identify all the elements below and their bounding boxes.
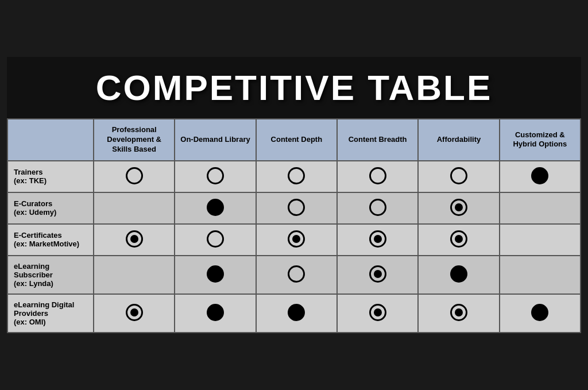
cell-2-5 [500,224,581,256]
circle-empty-icon [288,265,305,283]
circle-dot-icon [450,304,467,321]
cell-0-3 [337,161,418,192]
cell-3-3 [337,256,418,294]
table-row: eLearning Digital Providers(ex: OMI) [7,294,581,333]
cell-3-1 [175,256,256,294]
row-label: E-Curators(ex: Udemy) [7,192,94,224]
circle-dot-icon [126,304,143,321]
cell-4-0 [94,294,175,333]
circle-dot-icon [369,230,386,248]
cell-0-4 [418,161,499,192]
cell-3-4 [418,256,499,294]
cell-2-2 [256,224,337,256]
col-header-3: Content Depth [256,119,337,161]
col-header-4: Content Breadth [337,119,418,161]
table-row: E-Certificates(ex: MarketMotive) [7,224,581,256]
cell-2-1 [175,224,256,256]
circle-dot-icon [369,265,386,283]
row-label: eLearning Digital Providers(ex: OMI) [7,294,94,333]
cell-2-0 [94,224,175,256]
col-header-2: On-Demand Library [175,119,256,161]
circle-empty-icon [207,167,224,184]
circle-dot-icon [450,199,467,216]
circle-full-icon [207,265,224,283]
circle-dot-icon [369,304,386,321]
row-label: Trainers(ex: TKE) [7,161,94,192]
circle-empty-icon [369,167,386,184]
cell-0-0 [94,161,175,192]
row-label: eLearning Subscriber(ex: Lynda) [7,256,94,294]
table-row: eLearning Subscriber(ex: Lynda) [7,256,581,294]
cell-1-5 [500,192,581,224]
col-header-5: Affordability [418,119,499,161]
circle-dot-icon [450,230,467,248]
cell-3-0 [94,256,175,294]
col-header-1: Professional Development & Skills Based [94,119,175,161]
circle-empty-icon [369,199,386,216]
circle-empty-icon [288,199,305,216]
circle-empty-icon [207,230,224,248]
page-title: COMPETITIVE TABLE [96,68,493,107]
header-row: Professional Development & Skills Based … [7,119,581,161]
cell-0-2 [256,161,337,192]
cell-3-5 [500,256,581,294]
col-header-0 [7,119,94,161]
circle-full-icon [450,265,467,283]
circle-full-icon [207,199,224,216]
competitive-table: Professional Development & Skills Based … [7,118,581,333]
table-wrapper: Professional Development & Skills Based … [7,118,581,333]
circle-full-icon [207,304,224,321]
circle-empty-icon [126,167,143,184]
circle-full-icon [531,167,548,184]
cell-1-4 [418,192,499,224]
main-container: COMPETITIVE TABLE Professional Developme… [7,57,581,333]
circle-full-icon [288,304,305,321]
circle-dot-icon [126,230,143,248]
cell-1-1 [175,192,256,224]
table-row: E-Curators(ex: Udemy) [7,192,581,224]
cell-1-0 [94,192,175,224]
circle-empty-icon [450,167,467,184]
title-bar: COMPETITIVE TABLE [7,57,581,118]
circle-empty-icon [288,167,305,184]
cell-2-3 [337,224,418,256]
cell-3-2 [256,256,337,294]
col-header-6: Customized & Hybrid Options [500,119,581,161]
circle-dot-icon [288,230,305,248]
cell-1-3 [337,192,418,224]
cell-1-2 [256,192,337,224]
cell-4-3 [337,294,418,333]
cell-4-2 [256,294,337,333]
cell-0-1 [175,161,256,192]
table-row: Trainers(ex: TKE) [7,161,581,192]
cell-2-4 [418,224,499,256]
cell-4-1 [175,294,256,333]
circle-full-icon [531,304,548,321]
cell-4-5 [500,294,581,333]
cell-0-5 [500,161,581,192]
cell-4-4 [418,294,499,333]
row-label: E-Certificates(ex: MarketMotive) [7,224,94,256]
